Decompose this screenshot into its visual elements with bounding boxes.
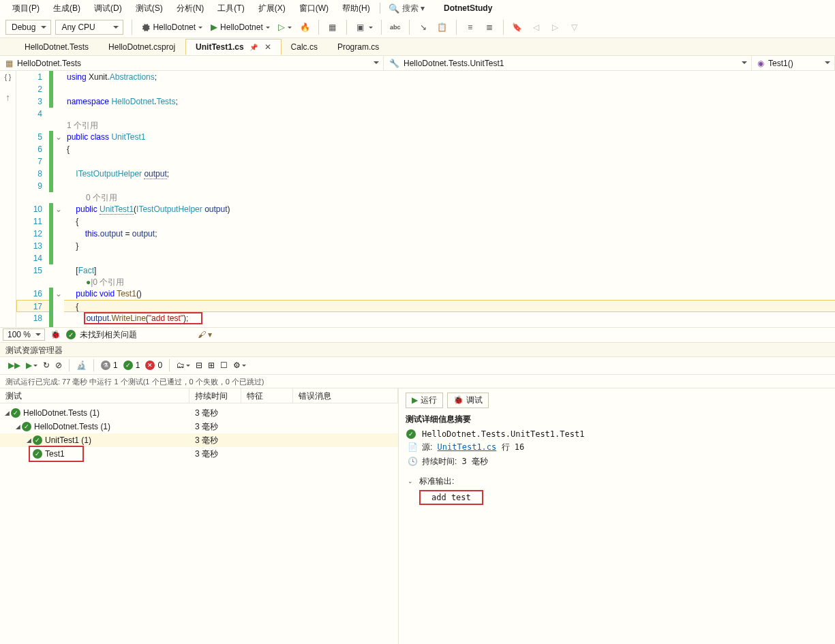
toolbar-btn-7[interactable]: ≣	[480, 20, 499, 35]
config-select[interactable]: Debug	[5, 20, 51, 35]
zoom-select[interactable]: 100 %	[3, 328, 45, 341]
editor-area: { } ↑ 1using Xunit.Abstractions; 2 3name…	[0, 71, 835, 327]
palette-icon[interactable]: 🐞	[50, 330, 61, 339]
settings-icon[interactable]: ⚙	[230, 361, 249, 370]
toolbar-btn-2[interactable]: ▣	[351, 20, 377, 35]
detail-debug-button[interactable]: 🐞调试	[447, 393, 489, 408]
check-icon: ✓	[123, 361, 133, 370]
menu-window[interactable]: 窗口(W)	[292, 1, 335, 16]
project-icon: ▦	[5, 59, 13, 68]
toolbar-btn-9[interactable]: ◁	[527, 20, 546, 35]
flask-icon: ⚗	[101, 361, 110, 370]
nav-scope[interactable]: ▦HelloDotnet.Tests	[0, 56, 384, 70]
count-passed[interactable]: ✓1	[121, 361, 143, 370]
test-run-summary: 测试运行已完成: 77 毫秒 中运行 1 个测试(1 个已通过，0 个失败，0 …	[0, 375, 835, 388]
count-total[interactable]: ⚗1	[98, 361, 121, 370]
test-explorer-title: 测试资源管理器	[0, 342, 835, 357]
tab-unittest1[interactable]: UnitTest1.cs 📌 ✕	[185, 39, 281, 55]
detail-source-label: 源:	[422, 442, 432, 453]
start-target[interactable]: HelloDotnet	[136, 20, 207, 35]
toolbar-btn-6[interactable]: ≡	[461, 20, 480, 35]
collapse-icon[interactable]: { }	[5, 74, 11, 81]
col-traits[interactable]: 特征	[241, 388, 293, 403]
stdout-value: add test	[419, 490, 483, 505]
test-tree: ◢✓HelloDotnet.Tests (1) 3 毫秒 ◢✓HelloDotn…	[0, 403, 398, 463]
col-test[interactable]: 测试	[0, 388, 189, 403]
group-icon[interactable]: 🗂	[174, 361, 193, 370]
tab-program[interactable]: Program.cs	[328, 40, 389, 55]
wand-icon[interactable]: 🖌 ▾	[198, 330, 212, 339]
close-icon[interactable]: ✕	[264, 42, 271, 52]
run-without-debug[interactable]: ▷	[274, 20, 296, 35]
toolbar-btn-4[interactable]: ↘	[414, 20, 433, 35]
menu-extensions[interactable]: 扩展(X)	[252, 1, 292, 16]
tree-row[interactable]: ◢✓HelloDotnet.Tests (1) 3 毫秒	[0, 406, 398, 420]
code-nav-bar: ▦HelloDotnet.Tests 🔧HelloDotnet.Tests.Un…	[0, 56, 835, 71]
stdout-header[interactable]: ⌄标准输出:	[406, 476, 828, 487]
run-all-icon[interactable]: ▶▶	[5, 361, 23, 370]
menu-build[interactable]: 生成(B)	[46, 1, 87, 16]
cross-icon: ✕	[145, 361, 155, 370]
stop-icon[interactable]: ⊘	[52, 361, 65, 370]
play-icon: ▶	[211, 22, 217, 32]
tab-csproj[interactable]: HelloDotnet.csproj	[99, 40, 185, 55]
menu-tools[interactable]: 工具(T)	[211, 1, 251, 16]
layout-icon-3[interactable]: ☐	[217, 361, 230, 370]
detail-source-link[interactable]: UnitTest1.cs	[438, 442, 497, 452]
menu-help[interactable]: 帮助(H)	[335, 1, 377, 16]
test-explorer-toolbar: ▶▶ ▶ ↻ ⊘ 🔬 ⚗1 ✓1 ✕0 🗂 ⊟ ⊞ ☐ ⚙	[0, 357, 835, 375]
toolbar-btn-5[interactable]: 📋	[433, 20, 452, 35]
test-columns: 测试 持续时间 特征 错误消息	[0, 388, 398, 403]
left-gutter: { } ↑	[0, 71, 16, 327]
count-failed[interactable]: ✕0	[142, 361, 165, 370]
code-editor[interactable]: 1using Xunit.Abstractions; 2 3namespace …	[16, 71, 835, 327]
layout-icon-1[interactable]: ⊟	[193, 361, 205, 370]
menu-analyze[interactable]: 分析(N)	[170, 1, 211, 16]
menu-bar: 项目(P) 生成(B) 调试(D) 测试(S) 分析(N) 工具(T) 扩展(X…	[0, 0, 835, 16]
nav-type[interactable]: 🔧HelloDotnet.Tests.UnitTest1	[384, 56, 752, 70]
menu-project[interactable]: 项目(P)	[5, 1, 46, 16]
tab-calc[interactable]: Calc.cs	[282, 40, 328, 55]
tab-tests-proj[interactable]: HelloDotnet.Tests	[15, 40, 99, 55]
hot-reload[interactable]: 🔥	[296, 20, 314, 35]
search-box[interactable]: 🔍搜索 ▾	[389, 3, 425, 14]
scroll-up-icon[interactable]: ↑	[5, 92, 10, 103]
toolbar-btn-3[interactable]: abc	[386, 20, 405, 35]
toolbar-btn-1[interactable]: ▦	[323, 20, 342, 35]
tree-row[interactable]: ◢✓HelloDotnet.Tests (1) 3 毫秒	[0, 420, 398, 433]
editor-status-bar: 100 % 🐞 ✓ 未找到相关问题 🖌 ▾	[0, 327, 835, 342]
tree-row[interactable]: ✓Test1 3 毫秒	[0, 447, 398, 461]
toolbar-btn-10[interactable]: ▷	[546, 20, 565, 35]
class-icon: 🔧	[389, 59, 399, 68]
toolbar-btn-11[interactable]: ▽	[565, 20, 584, 35]
repeat-icon[interactable]: ↻	[40, 361, 52, 370]
menu-debug[interactable]: 调试(D)	[87, 1, 129, 16]
ok-icon: ✓	[66, 330, 76, 339]
toolbar-btn-8[interactable]: 🔖	[508, 20, 527, 35]
detail-summary-heading: 测试详细信息摘要	[406, 414, 828, 425]
main-toolbar: Debug Any CPU HelloDotnet ▶HelloDotnet ▷…	[0, 16, 835, 38]
pin-icon[interactable]: 📌	[249, 44, 258, 51]
run-target[interactable]: ▶HelloDotnet	[207, 20, 274, 35]
detail-run-button[interactable]: ▶运行	[406, 393, 443, 408]
status-msg: 未找到相关问题	[80, 329, 137, 341]
tree-row[interactable]: ◢✓UnitTest1 (1) 3 毫秒	[0, 433, 398, 447]
detail-fqn: HelloDotnet.Tests.UnitTest1.Test1	[422, 429, 584, 439]
check-icon: ✓	[406, 429, 416, 439]
layout-icon-2[interactable]: ⊞	[205, 361, 217, 370]
test-detail-panel: ▶运行 🐞调试 测试详细信息摘要 ✓HelloDotnet.Tests.Unit…	[399, 388, 835, 645]
col-duration[interactable]: 持续时间	[189, 388, 241, 403]
solution-name: DotnetStudy	[444, 3, 492, 13]
col-error[interactable]: 错误消息	[293, 388, 398, 403]
filter-icon[interactable]: 🔬	[74, 361, 89, 370]
platform-select[interactable]: Any CPU	[55, 20, 123, 35]
nav-member[interactable]: ◉Test1()	[752, 56, 835, 70]
run-icon[interactable]: ▶	[23, 361, 40, 370]
play-outline-icon: ▷	[278, 22, 285, 32]
test-tree-panel: 测试 持续时间 特征 错误消息 ◢✓HelloDotnet.Tests (1) …	[0, 388, 399, 645]
test-explorer-body: 测试 持续时间 特征 错误消息 ◢✓HelloDotnet.Tests (1) …	[0, 388, 835, 645]
clock-icon: 🕓	[406, 457, 419, 466]
menu-test[interactable]: 测试(S)	[129, 1, 170, 16]
detail-duration-label: 持续时间:	[422, 456, 457, 467]
method-icon: ◉	[757, 59, 764, 68]
